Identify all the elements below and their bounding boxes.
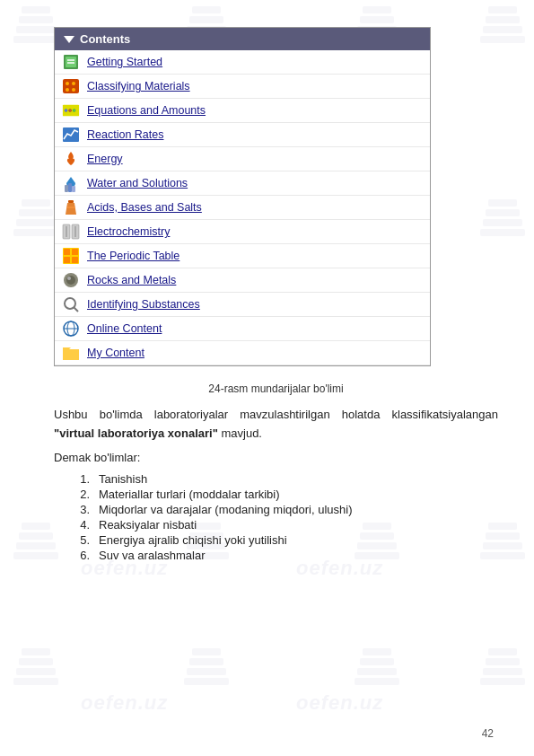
svg-rect-59 xyxy=(488,648,517,655)
contents-panel: Contents Getting Started xyxy=(54,27,431,366)
list-num-1: 1. xyxy=(72,472,90,486)
svg-rect-49 xyxy=(187,668,226,675)
svg-rect-44 xyxy=(13,678,58,685)
menu-item-rocks[interactable]: Rocks and Metals xyxy=(55,268,430,293)
menu-item-energy[interactable]: Energy xyxy=(55,147,430,171)
electro-icon xyxy=(62,223,80,241)
menu-label-my-content: My Content xyxy=(87,347,144,359)
svg-rect-64 xyxy=(63,79,79,93)
svg-point-66 xyxy=(72,82,75,85)
acids-icon xyxy=(62,198,80,216)
svg-rect-54 xyxy=(360,658,394,665)
list-num-4: 4. xyxy=(72,518,90,532)
svg-rect-78 xyxy=(68,183,72,192)
getting-started-icon xyxy=(62,53,80,71)
body-text-highlight: "virtual laboratoriya xonalari" xyxy=(54,426,218,440)
periodic-icon xyxy=(62,247,80,265)
svg-point-92 xyxy=(66,276,75,285)
svg-rect-80 xyxy=(68,200,74,203)
svg-rect-45 xyxy=(16,668,56,675)
list-text-5: Energiya ajralib chiqishi yoki yutilishi xyxy=(99,533,287,547)
menu-item-acids[interactable]: Acids, Bases and Salts xyxy=(55,196,430,220)
list-text-2: Materiallar turlari (moddalar tarkibi) xyxy=(99,488,280,501)
menu-label-acids: Acids, Bases and Salts xyxy=(87,201,202,214)
menu-item-getting-started[interactable]: Getting Started xyxy=(55,50,430,75)
menu-item-online[interactable]: Online Content xyxy=(55,317,430,341)
list-num-6: 6. xyxy=(72,549,90,562)
svg-rect-57 xyxy=(483,668,522,675)
svg-rect-55 xyxy=(363,648,391,655)
svg-rect-81 xyxy=(66,207,75,208)
menu-item-classifying[interactable]: Classifying Materials xyxy=(55,75,430,99)
list-text-1: Tanishish xyxy=(99,472,147,486)
list-item: 3. Miqdorlar va darajalar (modaning miqd… xyxy=(72,503,498,516)
page-number: 42 xyxy=(482,727,494,740)
svg-point-67 xyxy=(66,88,69,92)
svg-point-73 xyxy=(66,110,67,111)
menu-item-equations[interactable]: Equations and Amounts xyxy=(55,99,430,123)
list-item: 1. Tanishish xyxy=(72,472,498,486)
menu-label-electro: Electrochemistry xyxy=(87,225,170,238)
svg-rect-90 xyxy=(72,257,78,263)
svg-rect-53 xyxy=(357,668,397,675)
svg-rect-84 xyxy=(66,226,67,237)
svg-rect-51 xyxy=(192,648,221,655)
body-text-end: mavjud. xyxy=(218,426,262,440)
reaction-rates-icon xyxy=(62,126,80,144)
menu-label-classifying: Classifying Materials xyxy=(87,80,190,92)
energy-icon xyxy=(62,150,80,168)
list-num-3: 3. xyxy=(72,503,90,516)
rocks-icon xyxy=(62,271,80,289)
svg-point-94 xyxy=(65,298,75,309)
menu-item-water[interactable]: Water and Solutions xyxy=(55,171,430,196)
menu-item-reaction-rates[interactable]: Reaction Rates xyxy=(55,123,430,147)
equations-icon xyxy=(62,101,80,119)
list-text-6: Suv va aralashmalar xyxy=(99,549,206,562)
svg-point-93 xyxy=(67,277,71,280)
triangle-icon xyxy=(64,36,74,43)
list-text-3: Miqdorlar va darajalar (modaning miqdori… xyxy=(99,503,353,516)
body-paragraph-1: Ushbu bo'limda laboratoriyalar mavzulash… xyxy=(54,406,498,444)
online-icon xyxy=(62,320,80,338)
svg-rect-50 xyxy=(189,658,223,665)
list-item: 6. Suv va aralashmalar xyxy=(72,549,498,562)
list-text-4: Reaksiyalar nisbati xyxy=(99,518,197,532)
numbered-list: 1. Tanishish 2. Materiallar turlari (mod… xyxy=(72,472,498,562)
svg-line-95 xyxy=(74,308,79,312)
svg-rect-88 xyxy=(72,249,78,255)
water-icon xyxy=(62,174,80,192)
svg-rect-89 xyxy=(64,257,70,263)
menu-label-periodic: The Periodic Table xyxy=(87,250,179,262)
contents-title: Contents xyxy=(80,32,130,46)
svg-rect-87 xyxy=(64,249,70,255)
menu-item-electro[interactable]: Electrochemistry xyxy=(55,220,430,244)
svg-rect-47 xyxy=(22,648,50,655)
menu-item-periodic[interactable]: The Periodic Table xyxy=(55,244,430,268)
menu-label-equations: Equations and Amounts xyxy=(87,104,206,117)
list-num-5: 5. xyxy=(72,533,90,547)
svg-point-68 xyxy=(72,88,75,92)
svg-rect-77 xyxy=(65,185,68,192)
figure-caption: 24-rasm mundarijalаr bo'limi xyxy=(54,382,498,395)
menu-label-online: Online Content xyxy=(87,322,162,335)
svg-point-65 xyxy=(66,82,69,85)
menu-label-reaction-rates: Reaction Rates xyxy=(87,128,163,141)
svg-rect-48 xyxy=(184,678,229,685)
svg-point-75 xyxy=(74,110,75,111)
svg-rect-79 xyxy=(72,186,75,192)
svg-rect-52 xyxy=(355,678,399,685)
menu-label-rocks: Rocks and Metals xyxy=(87,274,176,286)
classifying-icon xyxy=(62,77,80,95)
menu-label-getting-started: Getting Started xyxy=(87,56,162,68)
contents-header: Contents xyxy=(55,28,430,50)
menu-label-identifying: Identifying Substances xyxy=(87,298,200,311)
list-item: 4. Reaksiyalar nisbati xyxy=(72,518,498,532)
svg-rect-58 xyxy=(486,658,520,665)
menu-item-identifying[interactable]: Identifying Substances xyxy=(55,293,430,317)
list-num-2: 2. xyxy=(72,488,90,501)
list-item: 2. Materiallar turlari (moddalar tarkibi… xyxy=(72,488,498,501)
svg-rect-56 xyxy=(480,678,525,685)
menu-label-energy: Energy xyxy=(87,153,123,165)
menu-item-my-content[interactable]: My Content xyxy=(55,341,430,365)
body-text-main: Ushbu bo'limda laboratoriyalar mavzulash… xyxy=(54,408,498,421)
